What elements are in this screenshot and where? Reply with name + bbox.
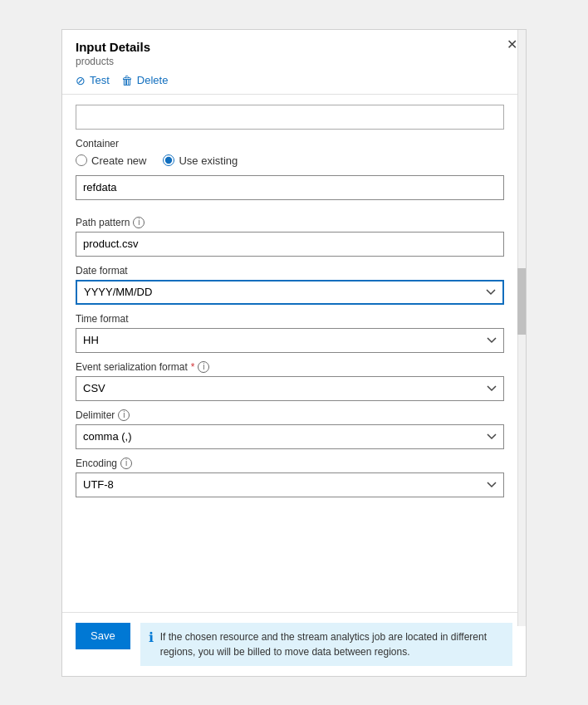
use-existing-radio[interactable] <box>163 154 174 166</box>
test-label: Test <box>90 74 110 86</box>
time-format-section: Time format HH HH:mm HH:mm:ss <box>76 313 504 353</box>
delete-icon: 🗑 <box>121 74 133 87</box>
use-existing-option[interactable]: Use existing <box>163 154 238 167</box>
top-input[interactable] <box>76 105 504 130</box>
info-box-text: If the chosen resource and the stream an… <box>160 629 504 659</box>
required-star: * <box>191 361 195 373</box>
info-box-icon: ℹ <box>149 629 154 647</box>
panel-subtitle: products <box>76 56 512 67</box>
toolbar: ⊘ Test 🗑 Delete <box>62 67 526 95</box>
info-box: ℹ If the chosen resource and the stream … <box>140 623 512 666</box>
test-button[interactable]: ⊘ Test <box>76 74 110 87</box>
test-icon: ⊘ <box>76 74 86 87</box>
encoding-info-icon[interactable]: i <box>120 458 132 469</box>
footer: Save ℹ If the chosen resource and the st… <box>62 612 526 676</box>
delimiter-select[interactable]: comma (,) semicolon (;) tab pipe (|) <box>76 424 504 449</box>
delete-label: Delete <box>137 74 169 86</box>
time-format-select[interactable]: HH HH:mm HH:mm:ss <box>76 328 504 353</box>
event-serialization-select[interactable]: CSV JSON Avro <box>76 376 504 401</box>
delete-button[interactable]: 🗑 Delete <box>121 74 169 87</box>
close-button[interactable]: ✕ <box>507 38 517 51</box>
path-pattern-label: Path pattern i <box>76 217 504 228</box>
date-format-label: Date format <box>76 265 504 277</box>
path-pattern-info-icon[interactable]: i <box>133 217 145 228</box>
container-input-section <box>76 175 504 208</box>
date-format-select[interactable]: YYYY/MM/DD MM/DD/YYYY DD/MM/YYYY <box>76 280 504 305</box>
container-label: Container <box>76 138 504 149</box>
save-button[interactable]: Save <box>76 623 130 649</box>
scrollbar-track[interactable] <box>517 30 526 626</box>
scrollbar-thumb[interactable] <box>517 268 526 335</box>
event-serialization-label: Event serialization format * i <box>76 361 504 373</box>
encoding-section: Encoding i UTF-8 UTF-16 ASCII <box>76 458 504 497</box>
container-radio-group: Create new Use existing <box>76 154 504 167</box>
event-serialization-info-icon[interactable]: i <box>198 361 209 373</box>
encoding-select[interactable]: UTF-8 UTF-16 ASCII <box>76 472 504 497</box>
input-details-panel: Input Details ✕ products ⊘ Test 🗑 Delete… <box>61 29 527 677</box>
path-pattern-section: Path pattern i <box>76 217 504 257</box>
create-new-option[interactable]: Create new <box>76 154 146 167</box>
container-section: Container Create new Use existing <box>76 138 504 167</box>
delimiter-info-icon[interactable]: i <box>118 409 130 421</box>
panel-header: Input Details ✕ products <box>62 30 526 67</box>
date-format-section: Date format YYYY/MM/DD MM/DD/YYYY DD/MM/… <box>76 265 504 305</box>
create-new-radio[interactable] <box>76 154 87 166</box>
panel-title: Input Details <box>76 40 150 54</box>
event-serialization-section: Event serialization format * i CSV JSON … <box>76 361 504 401</box>
delimiter-section: Delimiter i comma (,) semicolon (;) tab … <box>76 409 504 449</box>
path-pattern-input[interactable] <box>76 232 504 257</box>
time-format-label: Time format <box>76 313 504 325</box>
form-content: Container Create new Use existing Path p… <box>62 95 526 612</box>
create-new-label: Create new <box>91 154 146 167</box>
container-input[interactable] <box>76 175 504 200</box>
delimiter-label: Delimiter i <box>76 409 504 421</box>
use-existing-label: Use existing <box>179 154 238 167</box>
encoding-label: Encoding i <box>76 458 504 469</box>
